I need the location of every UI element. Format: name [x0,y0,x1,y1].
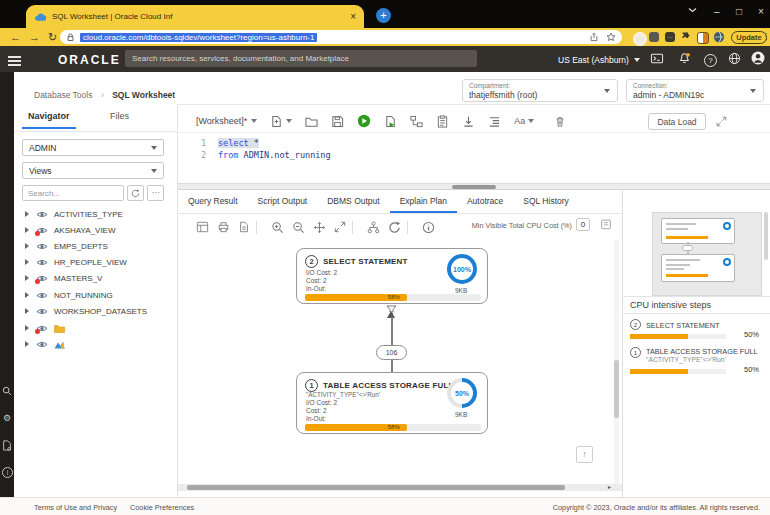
open-file-button[interactable] [305,115,318,128]
expand-caret-icon[interactable] [25,211,29,217]
fit-screen-icon[interactable] [334,221,346,233]
diagram-horizontal-scrollbar-thumb[interactable] [187,485,565,490]
step-title[interactable]: SELECT STATEMENT [646,321,719,330]
new-tab-button[interactable]: + [376,8,391,23]
pan-move-icon[interactable] [313,221,326,234]
tab-script-output[interactable]: Script Output [248,196,318,213]
dev-console-icon[interactable] [650,52,664,65]
object-type-select[interactable]: Views [22,162,164,179]
worksheet-name[interactable]: [Worksheet]* [196,116,247,126]
expand-caret-icon[interactable] [25,341,29,347]
tab-close-icon[interactable]: × [350,11,356,22]
connection-select[interactable]: Connection: admin - ADMIN19c [626,79,764,102]
extension-menu-icon[interactable]: … [665,32,675,42]
scroll-top-button[interactable]: ↑ [576,446,593,463]
plan-node-table-access[interactable]: 1 TABLE ACCESS STORAGE FULL "ACTIVITY_TY… [296,372,488,434]
layout-tree-icon[interactable] [367,221,380,234]
extensions-puzzle-icon[interactable] [681,31,692,42]
refresh-plan-icon[interactable] [388,221,401,234]
rail-document-icon[interactable] [2,440,12,450]
tree-item-emps-depts[interactable]: EMPS_DEPTS [14,238,177,254]
tab-query-result[interactable]: Query Result [178,196,248,213]
scrollbar-right-arrow-icon[interactable]: ▸ [608,483,611,490]
run-statement-button[interactable] [357,114,371,128]
step-title[interactable]: TABLE ACCESS STORAGE FULL [646,347,758,356]
url-bar[interactable]: cloud.oracle.com/dbtools-sqldev/workshee… [60,30,622,44]
back-button[interactable]: ← [10,31,21,43]
breadcrumb-database-tools[interactable]: Database Tools [34,90,92,100]
worksheet-caret-icon[interactable] [251,119,257,123]
diagram-vertical-scrollbar-thumb[interactable] [614,360,619,418]
tab-explain-plan[interactable]: Explain Plan [390,196,457,213]
zoom-in-icon[interactable] [271,221,284,234]
forward-button[interactable]: → [29,31,40,43]
maximize-worksheet-icon[interactable] [716,116,727,127]
window-close-button[interactable]: × [758,6,764,17]
rail-info-icon[interactable]: i [2,467,13,478]
save-plan-icon[interactable] [238,221,250,233]
extension-icon[interactable] [633,32,647,46]
font-size-button[interactable]: Aa [514,116,534,126]
plan-minimap[interactable] [652,212,762,296]
url-text[interactable]: cloud.oracle.com/dbtools-sqldev/workshee… [80,33,317,42]
plan-node-select-statement[interactable]: 2 SELECT STATEMENT I/O Cost: 2 Cost: 2 I… [296,248,488,304]
global-search-input[interactable] [125,50,477,67]
extension-split-icon[interactable] [697,32,709,44]
code-line-1[interactable]: select * [218,138,259,148]
hamburger-menu-icon[interactable] [8,54,21,68]
run-script-button[interactable] [384,115,397,128]
tab-sql-history[interactable]: SQL History [513,196,579,213]
browser-menu-icon[interactable]: ⋮ [762,32,770,41]
browser-tab[interactable]: SQL Worksheet | Oracle Cloud Inf × [26,5,364,28]
plan-diagram-icon[interactable] [196,221,209,233]
expand-caret-icon[interactable] [25,259,29,265]
expand-caret-icon[interactable] [25,275,29,281]
user-avatar-icon[interactable] [751,51,765,65]
new-worksheet-button[interactable] [270,115,292,128]
code-line-2[interactable]: from ADMIN.not_running [218,150,331,160]
help-icon[interactable]: ? [704,54,717,67]
clear-worksheet-button[interactable] [554,115,566,128]
zoom-out-icon[interactable] [292,221,305,234]
info-icon[interactable] [422,221,435,234]
terms-link[interactable]: Terms of Use and Privacy [34,503,117,512]
window-maximize-button[interactable]: □ [736,6,742,17]
region-selector[interactable]: US East (Ashburn) [558,55,629,65]
expand-caret-icon[interactable] [25,325,29,331]
reload-button[interactable]: ↻ [48,31,57,44]
share-icon[interactable] [589,32,599,42]
tab-dbms-output[interactable]: DBMS Output [317,196,389,213]
tree-item-not-running[interactable]: NOT_RUNNING [14,287,177,303]
sidebar-search-input[interactable] [22,185,124,201]
tree-item-masters-v[interactable]: MASTERS_V [14,270,177,286]
notifications-bell-icon[interactable] [678,52,691,65]
compartment-select[interactable]: Compartment: thatjeffsmith (root) [462,79,618,102]
expand-caret-icon[interactable] [25,292,29,298]
sidebar-refresh-button[interactable] [127,185,144,201]
download-button[interactable] [462,115,475,128]
expand-caret-icon[interactable] [25,243,29,249]
save-button[interactable] [331,115,344,128]
splitter-handle[interactable] [452,185,496,189]
format-button[interactable] [488,115,501,128]
print-icon[interactable] [217,221,230,233]
bookmark-star-icon[interactable] [606,32,616,42]
tab-autotrace[interactable]: Autotrace [457,196,513,213]
min-cpu-cost-input[interactable] [576,218,590,231]
tree-item-activities-type[interactable]: ACTIVITIES_TYPE [14,206,177,222]
extension-grid-icon[interactable] [649,32,659,42]
editor-results-splitter[interactable] [178,183,770,190]
autotrace-button[interactable] [436,115,449,128]
schema-select[interactable]: ADMIN [22,139,164,156]
tree-item-hr-people-view[interactable]: HR_PEOPLE_VIEW [14,254,177,270]
tree-item-akshaya-view[interactable]: AKSHAYA_VIEW [14,222,177,238]
profile-avatar[interactable] [713,31,725,43]
cookie-preferences-link[interactable]: Cookie Preferences [130,503,194,512]
tree-item-folder[interactable] [14,320,177,336]
expand-caret-icon[interactable] [25,308,29,314]
notes-icon[interactable] [600,218,612,230]
window-chevron-icon[interactable] [688,6,697,14]
rail-search-icon[interactable] [2,386,12,396]
rail-settings-gear-icon[interactable]: ⚙ [2,413,12,423]
window-minimize-button[interactable]: – [714,6,720,17]
